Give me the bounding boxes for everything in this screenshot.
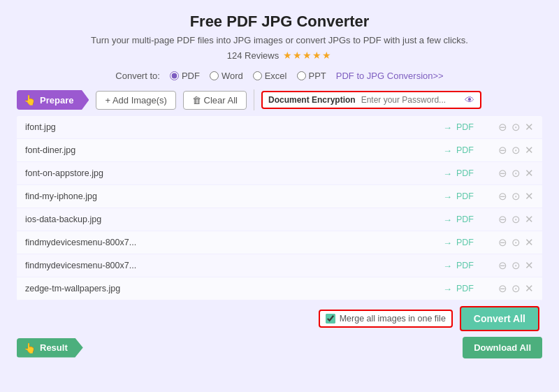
down-icon[interactable]: ⊙: [511, 190, 521, 203]
merge-checkbox[interactable]: [326, 314, 335, 324]
file-dest: PDF: [456, 122, 498, 132]
table-row: ifont.jpg → PDF ⊖ ⊙ ✕: [17, 116, 542, 139]
table-row: findmydevicesmenu-800x7... → PDF ⊖ ⊙ ✕: [17, 254, 542, 277]
info-icon[interactable]: ⊖: [498, 259, 507, 272]
file-list: ifont.jpg → PDF ⊖ ⊙ ✕ font-diner.jpg → P…: [17, 116, 542, 300]
file-dest: PDF: [456, 238, 498, 247]
table-row: font-on-appstore.jpg → PDF ⊖ ⊙ ✕: [17, 162, 542, 185]
table-row: findmydevicesmenu-800x7... → PDF ⊖ ⊙ ✕: [17, 231, 542, 254]
close-icon[interactable]: ✕: [525, 213, 534, 226]
file-actions: ⊖ ⊙ ✕: [498, 144, 534, 157]
result-badge: Result: [17, 338, 83, 358]
eye-icon[interactable]: 👁: [465, 94, 474, 106]
file-name: font-on-appstore.jpg: [25, 168, 443, 178]
encryption-box: Document Encryption 👁: [261, 91, 481, 109]
convert-to-row: Convert to: PDF Word Excel PPT PDF to JP…: [17, 71, 542, 81]
file-name: findmydevicesmenu-800x7...: [25, 261, 443, 270]
file-dest: PDF: [456, 215, 498, 224]
option-ppt[interactable]: PPT: [297, 71, 326, 81]
info-icon[interactable]: ⊖: [498, 167, 507, 180]
down-icon[interactable]: ⊙: [511, 121, 521, 133]
info-icon[interactable]: ⊖: [498, 121, 507, 133]
file-actions: ⊖ ⊙ ✕: [498, 259, 534, 272]
arrow-icon: →: [443, 145, 452, 156]
file-dest: PDF: [456, 191, 498, 201]
arrow-icon: →: [443, 284, 452, 294]
file-name: zedge-tm-wallpapers.jpg: [25, 284, 443, 293]
arrow-icon: →: [443, 122, 452, 133]
convert-to-label: Convert to:: [115, 71, 160, 81]
close-icon[interactable]: ✕: [525, 144, 534, 157]
down-icon[interactable]: ⊙: [511, 167, 521, 180]
option-pdf[interactable]: PDF: [170, 71, 200, 81]
page-title: Free PDF JPG Converter: [17, 13, 542, 31]
table-row: font-diner.jpg → PDF ⊖ ⊙ ✕: [17, 139, 542, 162]
result-label: Result: [40, 342, 68, 353]
star-rating: ★★★★★: [283, 50, 332, 61]
add-image-button[interactable]: + Add Image(s): [96, 91, 176, 110]
info-icon[interactable]: ⊖: [498, 144, 507, 157]
info-icon[interactable]: ⊖: [498, 213, 507, 226]
file-actions: ⊖ ⊙ ✕: [498, 190, 534, 203]
info-icon[interactable]: ⊖: [498, 236, 507, 249]
close-icon[interactable]: ✕: [525, 121, 534, 133]
password-input[interactable]: [361, 95, 459, 105]
table-row: ios-data-backup.jpg → PDF ⊖ ⊙ ✕: [17, 208, 542, 231]
file-name: ifont.jpg: [25, 122, 443, 132]
info-icon[interactable]: ⊖: [498, 282, 507, 295]
file-actions: ⊖ ⊙ ✕: [498, 213, 534, 226]
arrow-icon: →: [443, 168, 452, 179]
prepare-badge: Prepare: [17, 90, 89, 110]
close-icon[interactable]: ✕: [525, 236, 534, 249]
file-dest: PDF: [456, 261, 498, 270]
arrow-icon: →: [443, 238, 452, 248]
table-row: zedge-tm-wallpapers.jpg → PDF ⊖ ⊙ ✕: [17, 277, 542, 300]
file-actions: ⊖ ⊙ ✕: [498, 121, 534, 133]
file-name: ios-data-backup.jpg: [25, 215, 443, 224]
table-row: find-my-iphone.jpg → PDF ⊖ ⊙ ✕: [17, 185, 542, 208]
toolbar-row: Prepare + Add Image(s) 🗑 Clear All Docum…: [17, 89, 542, 110]
file-name: find-my-iphone.jpg: [25, 191, 443, 201]
down-icon[interactable]: ⊙: [511, 213, 521, 226]
down-icon[interactable]: ⊙: [511, 144, 521, 157]
file-dest: PDF: [456, 168, 498, 178]
option-excel[interactable]: Excel: [253, 71, 287, 81]
merge-checkbox-area: Merge all images in one file: [319, 310, 453, 328]
pdf-to-jpg-link[interactable]: PDF to JPG Conversion>>: [336, 71, 444, 81]
convert-all-button[interactable]: Convert All: [460, 306, 539, 331]
arrow-icon: →: [443, 261, 452, 271]
close-icon[interactable]: ✕: [525, 282, 534, 295]
close-icon[interactable]: ✕: [525, 190, 534, 203]
page-subtitle: Turn your multi-page PDF files into JPG …: [17, 35, 542, 45]
prepare-label: Prepare: [40, 95, 73, 106]
result-row: Result Download All: [17, 337, 542, 358]
header-section: Free PDF JPG Converter Turn your multi-p…: [17, 13, 542, 61]
download-all-button[interactable]: Download All: [463, 337, 542, 358]
info-icon[interactable]: ⊖: [498, 190, 507, 203]
file-name: findmydevicesmenu-800x7...: [25, 238, 443, 247]
down-icon[interactable]: ⊙: [511, 282, 521, 295]
file-actions: ⊖ ⊙ ✕: [498, 167, 534, 180]
encryption-label: Document Encryption: [268, 95, 356, 105]
reviews-count: 124 Reviews: [227, 50, 279, 61]
file-dest: PDF: [456, 145, 498, 155]
arrow-icon: →: [443, 215, 452, 225]
down-icon[interactable]: ⊙: [511, 236, 521, 249]
file-actions: ⊖ ⊙ ✕: [498, 282, 534, 295]
close-icon[interactable]: ✕: [525, 259, 534, 272]
close-icon[interactable]: ✕: [525, 167, 534, 180]
down-icon[interactable]: ⊙: [511, 259, 521, 272]
bottom-row: Merge all images in one file Convert All: [17, 306, 542, 331]
file-actions: ⊖ ⊙ ✕: [498, 236, 534, 249]
clear-all-button[interactable]: 🗑 Clear All: [183, 91, 247, 110]
file-name: font-diner.jpg: [25, 145, 443, 155]
toolbar-divider: [254, 89, 254, 110]
option-word[interactable]: Word: [210, 71, 243, 81]
arrow-icon: →: [443, 191, 452, 202]
file-dest: PDF: [456, 284, 498, 293]
reviews-row: 124 Reviews ★★★★★: [17, 50, 542, 61]
merge-label: Merge all images in one file: [340, 314, 446, 324]
